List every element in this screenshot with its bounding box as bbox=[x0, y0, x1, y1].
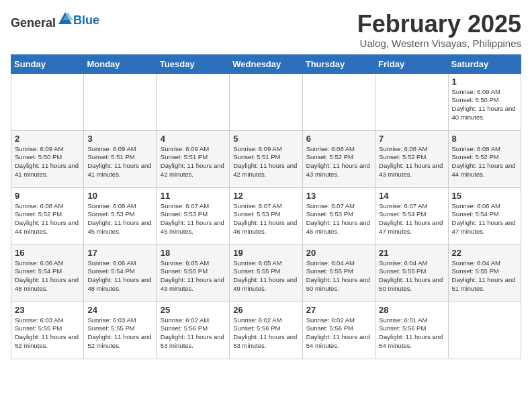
calendar-cell: 12Sunrise: 6:07 AM Sunset: 5:53 PM Dayli… bbox=[230, 187, 302, 244]
calendar-cell: 25Sunrise: 6:02 AM Sunset: 5:56 PM Dayli… bbox=[157, 302, 229, 359]
calendar-cell: 20Sunrise: 6:04 AM Sunset: 5:55 PM Dayli… bbox=[302, 244, 375, 302]
calendar-cell: 18Sunrise: 6:05 AM Sunset: 5:55 PM Dayli… bbox=[157, 244, 229, 302]
calendar-cell bbox=[11, 73, 84, 130]
calendar-cell: 8Sunrise: 6:08 AM Sunset: 5:52 PM Daylig… bbox=[448, 130, 521, 187]
day-info: Sunrise: 6:08 AM Sunset: 5:52 PM Dayligh… bbox=[452, 145, 517, 179]
calendar-cell: 11Sunrise: 6:07 AM Sunset: 5:53 PM Dayli… bbox=[157, 187, 229, 244]
day-info: Sunrise: 6:07 AM Sunset: 5:53 PM Dayligh… bbox=[161, 202, 226, 236]
day-info: Sunrise: 6:06 AM Sunset: 5:54 PM Dayligh… bbox=[15, 259, 80, 293]
calendar-cell: 15Sunrise: 6:06 AM Sunset: 5:54 PM Dayli… bbox=[448, 187, 521, 244]
day-number: 25 bbox=[161, 305, 226, 315]
day-number: 28 bbox=[379, 305, 444, 315]
weekday-header-sunday: Sunday bbox=[11, 54, 84, 73]
day-number: 21 bbox=[379, 248, 444, 258]
calendar-cell: 7Sunrise: 6:08 AM Sunset: 5:52 PM Daylig… bbox=[375, 130, 448, 187]
day-info: Sunrise: 6:03 AM Sunset: 5:55 PM Dayligh… bbox=[87, 316, 152, 351]
day-number: 26 bbox=[233, 305, 298, 315]
day-number: 2 bbox=[15, 134, 80, 144]
page-header: General Blue February 2025 Ualog, Wester… bbox=[11, 11, 521, 49]
calendar-cell: 26Sunrise: 6:02 AM Sunset: 5:56 PM Dayli… bbox=[230, 302, 302, 359]
day-info: Sunrise: 6:04 AM Sunset: 5:55 PM Dayligh… bbox=[306, 259, 371, 293]
day-info: Sunrise: 6:08 AM Sunset: 5:53 PM Dayligh… bbox=[87, 202, 152, 236]
day-info: Sunrise: 6:04 AM Sunset: 5:55 PM Dayligh… bbox=[379, 259, 444, 293]
day-number: 20 bbox=[306, 248, 371, 258]
weekday-header-row: SundayMondayTuesdayWednesdayThursdayFrid… bbox=[11, 54, 521, 73]
calendar-cell: 28Sunrise: 6:01 AM Sunset: 5:56 PM Dayli… bbox=[375, 302, 448, 359]
calendar-cell bbox=[302, 73, 375, 130]
day-info: Sunrise: 6:08 AM Sunset: 5:52 PM Dayligh… bbox=[15, 202, 80, 236]
day-number: 10 bbox=[87, 191, 152, 201]
logo-blue: Blue bbox=[73, 13, 99, 27]
weekday-header-tuesday: Tuesday bbox=[157, 54, 229, 73]
day-info: Sunrise: 6:09 AM Sunset: 5:50 PM Dayligh… bbox=[15, 145, 80, 179]
day-number: 5 bbox=[233, 134, 298, 144]
calendar-cell: 5Sunrise: 6:09 AM Sunset: 5:51 PM Daylig… bbox=[230, 130, 302, 187]
calendar-cell: 27Sunrise: 6:02 AM Sunset: 5:56 PM Dayli… bbox=[302, 302, 375, 359]
week-row-0: 1Sunrise: 6:09 AM Sunset: 5:50 PM Daylig… bbox=[11, 73, 521, 130]
calendar-cell: 13Sunrise: 6:07 AM Sunset: 5:53 PM Dayli… bbox=[302, 187, 375, 244]
calendar-cell: 19Sunrise: 6:05 AM Sunset: 5:55 PM Dayli… bbox=[230, 244, 302, 302]
logo-icon bbox=[57, 11, 73, 27]
day-info: Sunrise: 6:02 AM Sunset: 5:56 PM Dayligh… bbox=[161, 316, 226, 351]
weekday-header-friday: Friday bbox=[375, 54, 448, 73]
day-number: 22 bbox=[452, 248, 517, 258]
day-info: Sunrise: 6:07 AM Sunset: 5:53 PM Dayligh… bbox=[233, 202, 298, 236]
day-number: 13 bbox=[306, 191, 371, 201]
calendar-table: SundayMondayTuesdayWednesdayThursdayFrid… bbox=[11, 54, 521, 359]
day-number: 8 bbox=[452, 134, 517, 144]
day-info: Sunrise: 6:09 AM Sunset: 5:51 PM Dayligh… bbox=[233, 145, 298, 179]
calendar-cell: 4Sunrise: 6:09 AM Sunset: 5:51 PM Daylig… bbox=[157, 130, 229, 187]
day-info: Sunrise: 6:03 AM Sunset: 5:55 PM Dayligh… bbox=[15, 316, 80, 351]
day-info: Sunrise: 6:09 AM Sunset: 5:50 PM Dayligh… bbox=[452, 88, 517, 122]
calendar-cell: 10Sunrise: 6:08 AM Sunset: 5:53 PM Dayli… bbox=[84, 187, 157, 244]
month-title: February 2025 bbox=[357, 11, 521, 38]
weekday-header-thursday: Thursday bbox=[302, 54, 375, 73]
day-info: Sunrise: 6:02 AM Sunset: 5:56 PM Dayligh… bbox=[233, 316, 298, 351]
weekday-header-monday: Monday bbox=[84, 54, 157, 73]
day-number: 6 bbox=[306, 134, 371, 144]
calendar-cell: 6Sunrise: 6:08 AM Sunset: 5:52 PM Daylig… bbox=[302, 130, 375, 187]
week-row-1: 2Sunrise: 6:09 AM Sunset: 5:50 PM Daylig… bbox=[11, 130, 521, 187]
day-info: Sunrise: 6:09 AM Sunset: 5:51 PM Dayligh… bbox=[161, 145, 226, 179]
calendar-cell bbox=[375, 73, 448, 130]
calendar-cell bbox=[230, 73, 302, 130]
day-info: Sunrise: 6:07 AM Sunset: 5:53 PM Dayligh… bbox=[306, 202, 371, 236]
calendar-cell: 23Sunrise: 6:03 AM Sunset: 5:55 PM Dayli… bbox=[11, 302, 84, 359]
day-number: 16 bbox=[15, 248, 80, 258]
day-info: Sunrise: 6:06 AM Sunset: 5:54 PM Dayligh… bbox=[87, 259, 152, 293]
calendar-cell: 14Sunrise: 6:07 AM Sunset: 5:54 PM Dayli… bbox=[375, 187, 448, 244]
day-info: Sunrise: 6:05 AM Sunset: 5:55 PM Dayligh… bbox=[233, 259, 298, 293]
calendar-cell bbox=[84, 73, 157, 130]
day-info: Sunrise: 6:02 AM Sunset: 5:56 PM Dayligh… bbox=[306, 316, 371, 351]
calendar-cell: 17Sunrise: 6:06 AM Sunset: 5:54 PM Dayli… bbox=[84, 244, 157, 302]
day-number: 3 bbox=[87, 134, 152, 144]
day-number: 18 bbox=[161, 248, 226, 258]
calendar-cell bbox=[448, 302, 521, 359]
day-number: 27 bbox=[306, 305, 371, 315]
day-number: 4 bbox=[161, 134, 226, 144]
calendar-cell: 16Sunrise: 6:06 AM Sunset: 5:54 PM Dayli… bbox=[11, 244, 84, 302]
calendar-cell bbox=[157, 73, 229, 130]
week-row-3: 16Sunrise: 6:06 AM Sunset: 5:54 PM Dayli… bbox=[11, 244, 521, 302]
day-number: 9 bbox=[15, 191, 80, 201]
calendar-cell: 3Sunrise: 6:09 AM Sunset: 5:51 PM Daylig… bbox=[84, 130, 157, 187]
day-info: Sunrise: 6:08 AM Sunset: 5:52 PM Dayligh… bbox=[306, 145, 371, 179]
day-number: 15 bbox=[452, 191, 517, 201]
day-info: Sunrise: 6:06 AM Sunset: 5:54 PM Dayligh… bbox=[452, 202, 517, 236]
logo-general: General bbox=[11, 16, 56, 30]
calendar-cell: 24Sunrise: 6:03 AM Sunset: 5:55 PM Dayli… bbox=[84, 302, 157, 359]
day-info: Sunrise: 6:08 AM Sunset: 5:52 PM Dayligh… bbox=[379, 145, 444, 179]
calendar-cell: 22Sunrise: 6:04 AM Sunset: 5:55 PM Dayli… bbox=[448, 244, 521, 302]
calendar-cell: 1Sunrise: 6:09 AM Sunset: 5:50 PM Daylig… bbox=[448, 73, 521, 130]
day-number: 11 bbox=[161, 191, 226, 201]
logo: General Blue bbox=[11, 11, 99, 30]
day-number: 17 bbox=[87, 248, 152, 258]
day-number: 1 bbox=[452, 77, 517, 87]
day-info: Sunrise: 6:01 AM Sunset: 5:56 PM Dayligh… bbox=[379, 316, 444, 351]
week-row-4: 23Sunrise: 6:03 AM Sunset: 5:55 PM Dayli… bbox=[11, 302, 521, 359]
week-row-2: 9Sunrise: 6:08 AM Sunset: 5:52 PM Daylig… bbox=[11, 187, 521, 244]
title-area: February 2025 Ualog, Western Visayas, Ph… bbox=[357, 11, 521, 49]
day-info: Sunrise: 6:04 AM Sunset: 5:55 PM Dayligh… bbox=[452, 259, 517, 293]
day-number: 19 bbox=[233, 248, 298, 258]
day-info: Sunrise: 6:07 AM Sunset: 5:54 PM Dayligh… bbox=[379, 202, 444, 236]
